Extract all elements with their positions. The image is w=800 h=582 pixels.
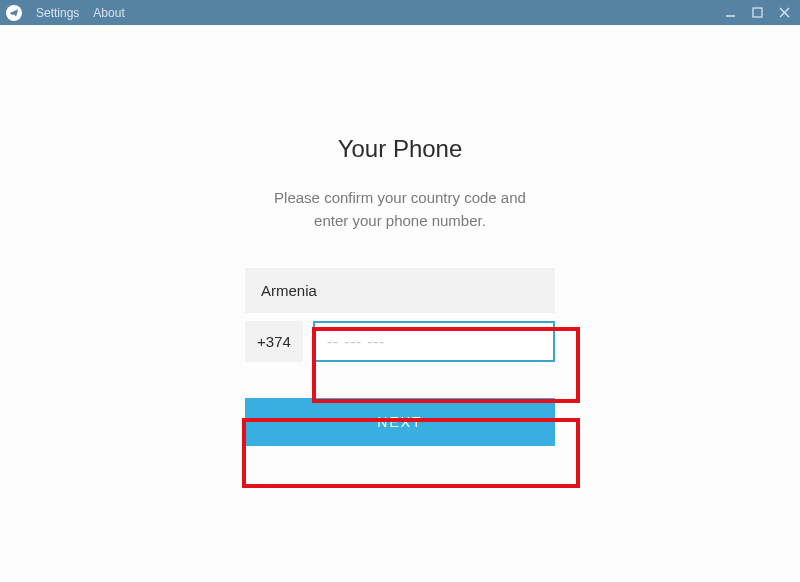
page-title: Your Phone [0,135,800,163]
app-logo-icon [6,5,22,21]
menu-about[interactable]: About [93,6,124,20]
subtitle-line-2: enter your phone number. [314,212,486,229]
close-icon[interactable] [779,7,790,18]
phone-number-input[interactable] [313,321,555,362]
country-code-field[interactable]: +374 [245,321,303,362]
main-content: Your Phone Please confirm your country c… [0,25,800,446]
menu-settings[interactable]: Settings [36,6,79,20]
window-controls [725,7,794,18]
next-button[interactable]: NEXT [245,398,555,446]
titlebar-left: Settings About [6,5,125,21]
phone-input-wrapper [313,321,555,362]
phone-form: Armenia +374 NEXT [245,268,555,446]
titlebar: Settings About [0,0,800,25]
country-select[interactable]: Armenia [245,268,555,313]
minimize-icon[interactable] [725,7,736,18]
svg-rect-1 [753,8,762,17]
page-subtitle: Please confirm your country code and ent… [0,187,800,232]
phone-row: +374 [245,321,555,362]
maximize-icon[interactable] [752,7,763,18]
subtitle-line-1: Please confirm your country code and [274,189,526,206]
